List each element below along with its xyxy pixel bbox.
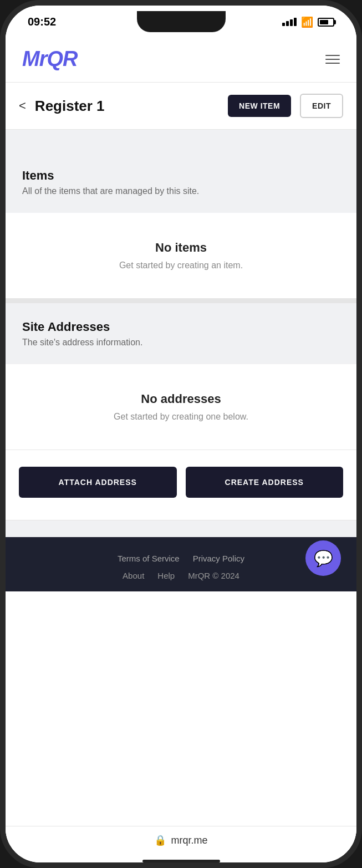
page-title: Register 1 bbox=[35, 98, 219, 115]
privacy-link[interactable]: Privacy Policy bbox=[193, 554, 244, 563]
home-indicator[interactable] bbox=[142, 860, 220, 862]
bottom-bar: 🔒 mrqr.me bbox=[6, 826, 356, 856]
logo: MrQR bbox=[22, 47, 77, 71]
attach-address-button[interactable]: ATTACH ADDRESS bbox=[19, 467, 177, 498]
addresses-empty-desc: Get started by creating one below. bbox=[22, 412, 340, 422]
lock-icon: 🔒 bbox=[154, 834, 166, 846]
url-text: mrqr.me bbox=[171, 835, 207, 846]
footer-links: Terms of Service Privacy Policy bbox=[17, 554, 345, 563]
items-section-header: Items All of the items that are managed … bbox=[6, 130, 356, 213]
status-time: 09:52 bbox=[28, 16, 56, 28]
chat-bubble-button[interactable]: 💬 bbox=[305, 540, 341, 576]
create-address-button[interactable]: CREATE ADDRESS bbox=[186, 467, 344, 498]
about-link[interactable]: About bbox=[123, 571, 144, 580]
edit-button[interactable]: EDIT bbox=[300, 94, 343, 118]
hamburger-icon[interactable] bbox=[325, 55, 340, 64]
items-section-title: Items bbox=[22, 169, 340, 183]
addresses-empty-state: No addresses Get started by creating one… bbox=[6, 364, 356, 450]
signal-icon bbox=[282, 18, 297, 26]
page-header: < Register 1 NEW ITEM EDIT bbox=[6, 83, 356, 130]
footer-bottom: About Help MrQR © 2024 bbox=[17, 571, 345, 580]
chat-icon: 💬 bbox=[314, 549, 333, 568]
back-button[interactable]: < bbox=[19, 99, 26, 113]
action-buttons: ATTACH ADDRESS CREATE ADDRESS bbox=[6, 450, 356, 520]
items-empty-desc: Get started by creating an item. bbox=[22, 261, 340, 270]
help-link[interactable]: Help bbox=[157, 571, 175, 580]
main-scroll: Items All of the items that are managed … bbox=[6, 130, 356, 826]
battery-icon bbox=[318, 18, 334, 27]
copyright: MrQR © 2024 bbox=[188, 571, 239, 580]
addresses-section-title: Site Addresses bbox=[22, 320, 340, 334]
footer: Terms of Service Privacy Policy About He… bbox=[6, 537, 356, 591]
items-empty-title: No items bbox=[22, 241, 340, 255]
addresses-empty-title: No addresses bbox=[22, 392, 340, 406]
addresses-section-desc: The site's address information. bbox=[22, 338, 340, 348]
terms-link[interactable]: Terms of Service bbox=[118, 554, 180, 563]
items-empty-state: No items Get started by creating an item… bbox=[6, 213, 356, 299]
wifi-icon: 📶 bbox=[301, 16, 313, 28]
status-icons: 📶 bbox=[282, 16, 334, 28]
app-content: MrQR < Register 1 NEW ITEM EDIT Items Al… bbox=[6, 34, 356, 862]
items-section-desc: All of the items that are managed by thi… bbox=[22, 186, 340, 196]
gray-spacer bbox=[6, 520, 356, 537]
app-header: MrQR bbox=[6, 34, 356, 83]
new-item-button[interactable]: NEW ITEM bbox=[228, 95, 291, 117]
addresses-section-header: Site Addresses The site's address inform… bbox=[6, 299, 356, 364]
